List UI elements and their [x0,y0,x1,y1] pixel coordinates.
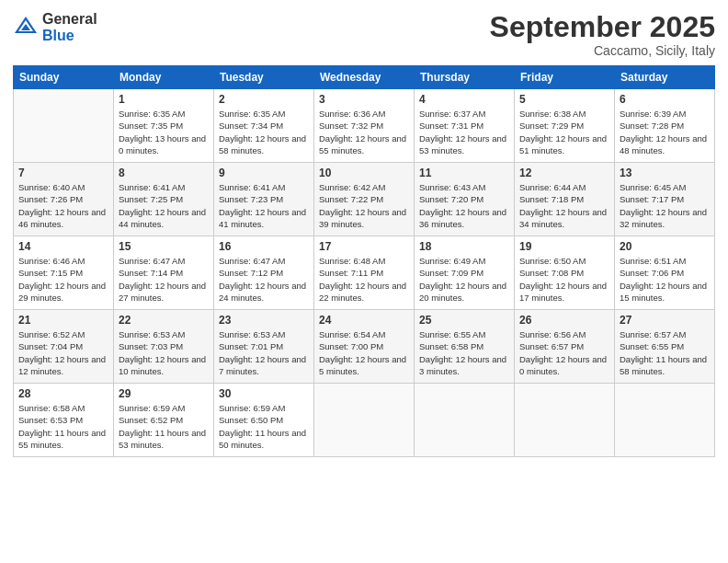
day-info: Sunrise: 6:52 AMSunset: 7:04 PMDaylight:… [18,328,108,377]
calendar-cell: 18 Sunrise: 6:49 AMSunset: 7:09 PMDaylig… [415,236,515,310]
calendar-cell: 28 Sunrise: 6:58 AMSunset: 6:53 PMDaylig… [14,384,114,457]
month-title: September 2025 [490,11,715,43]
day-info: Sunrise: 6:47 AMSunset: 7:14 PMDaylight:… [119,255,209,304]
calendar-cell: 3 Sunrise: 6:36 AMSunset: 7:32 PMDayligh… [314,89,415,163]
day-info: Sunrise: 6:53 AMSunset: 7:03 PMDaylight:… [119,328,209,377]
subtitle: Caccamo, Sicily, Italy [490,43,715,58]
calendar-cell: 4 Sunrise: 6:37 AMSunset: 7:31 PMDayligh… [415,89,515,163]
day-number: 12 [519,167,609,179]
calendar-cell: 5 Sunrise: 6:38 AMSunset: 7:29 PMDayligh… [515,89,615,163]
calendar-cell: 2 Sunrise: 6:35 AMSunset: 7:34 PMDayligh… [214,89,314,163]
day-number: 3 [319,93,409,106]
col-saturday: Saturday [615,66,715,89]
day-number: 6 [620,93,710,106]
calendar-cell: 7 Sunrise: 6:40 AMSunset: 7:26 PMDayligh… [14,163,114,236]
day-number: 22 [119,314,209,327]
calendar-week-row-5: 28 Sunrise: 6:58 AMSunset: 6:53 PMDaylig… [14,384,715,457]
calendar-cell: 26 Sunrise: 6:56 AMSunset: 6:57 PMDaylig… [515,310,615,384]
logo-text: General Blue [42,11,97,43]
day-info: Sunrise: 6:42 AMSunset: 7:22 PMDaylight:… [319,181,409,230]
day-info: Sunrise: 6:49 AMSunset: 7:09 PMDaylight:… [419,255,509,304]
logo-icon [13,15,39,40]
day-number: 23 [219,314,309,327]
calendar-cell: 27 Sunrise: 6:57 AMSunset: 6:55 PMDaylig… [615,310,715,384]
day-number: 29 [119,387,209,400]
day-number: 5 [519,93,609,106]
day-info: Sunrise: 6:58 AMSunset: 6:53 PMDaylight:… [18,402,108,451]
calendar-cell [314,384,415,457]
day-info: Sunrise: 6:45 AMSunset: 7:17 PMDaylight:… [620,181,710,230]
day-number: 20 [620,240,710,253]
day-number: 24 [319,314,409,327]
calendar-cell [14,89,114,163]
calendar-cell [515,384,615,457]
logo: General Blue [13,11,97,43]
day-number: 21 [18,314,108,327]
day-number: 7 [18,167,108,179]
day-number: 27 [620,314,710,327]
day-number: 18 [419,240,509,253]
calendar-cell: 22 Sunrise: 6:53 AMSunset: 7:03 PMDaylig… [114,310,214,384]
col-monday: Monday [114,66,214,89]
calendar-cell [615,384,715,457]
day-number: 28 [18,387,108,400]
day-info: Sunrise: 6:47 AMSunset: 7:12 PMDaylight:… [219,255,309,304]
col-thursday: Thursday [415,66,515,89]
col-wednesday: Wednesday [314,66,415,89]
day-number: 17 [319,240,409,253]
calendar-cell: 23 Sunrise: 6:53 AMSunset: 7:01 PMDaylig… [214,310,314,384]
day-number: 10 [319,167,409,179]
day-info: Sunrise: 6:59 AMSunset: 6:52 PMDaylight:… [119,402,209,451]
col-friday: Friday [515,66,615,89]
calendar-cell: 29 Sunrise: 6:59 AMSunset: 6:52 PMDaylig… [114,384,214,457]
header: General Blue September 2025 Caccamo, Sic… [13,11,715,58]
day-info: Sunrise: 6:39 AMSunset: 7:28 PMDaylight:… [620,108,710,156]
day-number: 14 [18,240,108,253]
day-info: Sunrise: 6:43 AMSunset: 7:20 PMDaylight:… [419,181,509,230]
calendar-cell: 20 Sunrise: 6:51 AMSunset: 7:06 PMDaylig… [615,236,715,310]
title-block: September 2025 Caccamo, Sicily, Italy [490,11,715,58]
calendar-cell: 8 Sunrise: 6:41 AMSunset: 7:25 PMDayligh… [114,163,214,236]
day-number: 4 [419,93,509,106]
calendar-cell: 30 Sunrise: 6:59 AMSunset: 6:50 PMDaylig… [214,384,314,457]
col-sunday: Sunday [14,66,114,89]
calendar-cell: 13 Sunrise: 6:45 AMSunset: 7:17 PMDaylig… [615,163,715,236]
day-number: 9 [219,167,309,179]
day-info: Sunrise: 6:56 AMSunset: 6:57 PMDaylight:… [519,328,609,377]
day-info: Sunrise: 6:44 AMSunset: 7:18 PMDaylight:… [519,181,609,230]
day-info: Sunrise: 6:37 AMSunset: 7:31 PMDaylight:… [419,108,509,156]
day-number: 1 [119,93,209,106]
logo-general-text: General [42,11,97,27]
calendar-cell: 19 Sunrise: 6:50 AMSunset: 7:08 PMDaylig… [515,236,615,310]
day-info: Sunrise: 6:41 AMSunset: 7:25 PMDaylight:… [119,181,209,230]
page: General Blue September 2025 Caccamo, Sic… [0,0,728,563]
col-tuesday: Tuesday [214,66,314,89]
calendar: Sunday Monday Tuesday Wednesday Thursday… [13,65,715,457]
day-info: Sunrise: 6:57 AMSunset: 6:55 PMDaylight:… [620,328,710,377]
day-number: 16 [219,240,309,253]
day-number: 13 [620,167,710,179]
calendar-cell: 11 Sunrise: 6:43 AMSunset: 7:20 PMDaylig… [415,163,515,236]
day-info: Sunrise: 6:41 AMSunset: 7:23 PMDaylight:… [219,181,309,230]
day-info: Sunrise: 6:40 AMSunset: 7:26 PMDaylight:… [18,181,108,230]
calendar-cell: 24 Sunrise: 6:54 AMSunset: 7:00 PMDaylig… [314,310,415,384]
day-number: 2 [219,93,309,106]
day-info: Sunrise: 6:50 AMSunset: 7:08 PMDaylight:… [519,255,609,304]
day-info: Sunrise: 6:59 AMSunset: 6:50 PMDaylight:… [219,402,309,451]
calendar-week-row-2: 7 Sunrise: 6:40 AMSunset: 7:26 PMDayligh… [14,163,715,236]
calendar-week-row-3: 14 Sunrise: 6:46 AMSunset: 7:15 PMDaylig… [14,236,715,310]
day-info: Sunrise: 6:36 AMSunset: 7:32 PMDaylight:… [319,108,409,156]
day-number: 11 [419,167,509,179]
calendar-cell [415,384,515,457]
calendar-cell: 17 Sunrise: 6:48 AMSunset: 7:11 PMDaylig… [314,236,415,310]
day-info: Sunrise: 6:35 AMSunset: 7:35 PMDaylight:… [119,108,209,156]
day-info: Sunrise: 6:46 AMSunset: 7:15 PMDaylight:… [18,255,108,304]
calendar-header-row: Sunday Monday Tuesday Wednesday Thursday… [14,66,715,89]
calendar-week-row-4: 21 Sunrise: 6:52 AMSunset: 7:04 PMDaylig… [14,310,715,384]
day-info: Sunrise: 6:55 AMSunset: 6:58 PMDaylight:… [419,328,509,377]
day-number: 26 [519,314,609,327]
day-info: Sunrise: 6:51 AMSunset: 7:06 PMDaylight:… [620,255,710,304]
day-number: 8 [119,167,209,179]
calendar-cell: 6 Sunrise: 6:39 AMSunset: 7:28 PMDayligh… [615,89,715,163]
calendar-cell: 9 Sunrise: 6:41 AMSunset: 7:23 PMDayligh… [214,163,314,236]
